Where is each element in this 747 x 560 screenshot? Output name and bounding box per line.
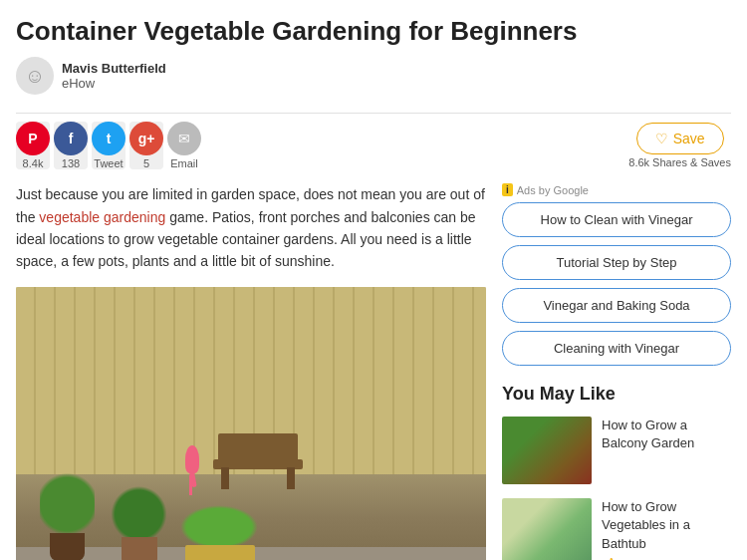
googleplus-icon: g+: [129, 122, 163, 155]
plant1: [40, 471, 95, 560]
content-row: Just because you are limited in garden s…: [16, 183, 731, 560]
related-item-2[interactable]: How to Grow Vegetables in a Bathtub 👍 19: [502, 498, 731, 560]
heart-icon: ♡: [655, 131, 668, 146]
related-title-2[interactable]: How to Grow Vegetables in a Bathtub: [602, 498, 731, 553]
main-content: Just because you are limited in garden s…: [16, 183, 486, 560]
related-title-1[interactable]: How to Grow a Balcony Garden: [602, 417, 731, 452]
you-may-like: You May Like How to Grow a Balcony Garde…: [502, 384, 731, 560]
garden-bench: [213, 434, 303, 489]
bench-leg1: [221, 467, 229, 489]
save-button[interactable]: ♡ Save: [636, 123, 724, 154]
related-item-1[interactable]: How to Grow a Balcony Garden: [502, 417, 731, 484]
social-buttons: P 8.4k f 138 t Tweet g+ 5 ✉ Email: [16, 122, 201, 169]
save-label: Save: [673, 131, 705, 146]
googleplus-count: 5: [143, 157, 149, 169]
ad-button-1[interactable]: How to Clean with Vinegar: [502, 202, 731, 237]
ads-label: i Ads by Google: [502, 183, 731, 196]
email-icon: ✉: [167, 122, 201, 155]
author-info: Mavis Butterfield eHow: [62, 61, 166, 91]
email-button[interactable]: ✉ Email: [167, 122, 201, 169]
ad-button-3[interactable]: Vinegar and Baking Soda: [502, 288, 731, 323]
thumb-bathtub-image: [502, 498, 592, 560]
pot1: [50, 533, 85, 560]
leaves3: [180, 505, 258, 549]
pinterest-button[interactable]: P 8.4k: [16, 122, 50, 169]
article-title: Container Vegetable Gardening for Beginn…: [16, 16, 731, 47]
ad-button-4[interactable]: Cleaning with Vinegar: [502, 331, 731, 366]
flamingo: [185, 445, 197, 495]
pinterest-icon: P: [16, 122, 50, 155]
bench-leg2: [287, 467, 295, 489]
divider: [16, 113, 731, 114]
plant3: [180, 507, 260, 560]
facebook-count: 138: [62, 157, 80, 169]
garden-scene: [16, 287, 486, 560]
ads-badge: i: [502, 183, 513, 196]
article-link[interactable]: vegetable gardening: [39, 209, 165, 225]
email-label: Email: [170, 157, 198, 169]
you-may-like-title: You May Like: [502, 384, 731, 405]
article-image: [16, 287, 486, 560]
plant2: [110, 487, 169, 560]
googleplus-button[interactable]: g+ 5: [129, 122, 163, 169]
save-button-wrapper: ♡ Save 8.6k Shares & Saves: [628, 123, 731, 168]
twitter-label: Tweet: [94, 157, 123, 169]
author-name: Mavis Butterfield: [62, 61, 166, 76]
bench-back: [218, 433, 298, 461]
facebook-icon: f: [54, 122, 88, 155]
box3: [185, 545, 255, 560]
related-text-1: How to Grow a Balcony Garden: [602, 417, 731, 452]
leaves2: [112, 485, 166, 543]
related-thumb-1: [502, 417, 592, 484]
save-count: 8.6k Shares & Saves: [628, 156, 731, 168]
flamingo-leg: [189, 475, 192, 495]
thumb-garden-image: [502, 417, 592, 484]
avatar: ☺: [16, 57, 54, 95]
ads-text: Ads by Google: [517, 184, 589, 196]
twitter-icon: t: [92, 122, 125, 155]
author-row: ☺ Mavis Butterfield eHow: [16, 57, 731, 95]
pinterest-count: 8.4k: [23, 157, 44, 169]
twitter-button[interactable]: t Tweet: [92, 122, 125, 169]
leaves1: [40, 469, 95, 539]
social-save-row: P 8.4k f 138 t Tweet g+ 5 ✉ Email: [16, 122, 731, 169]
ad-button-2[interactable]: Tutorial Step by Step: [502, 245, 731, 280]
pot2: [122, 537, 157, 560]
article-text: Just because you are limited in garden s…: [16, 183, 486, 273]
author-source: eHow: [62, 76, 166, 91]
related-text-2: How to Grow Vegetables in a Bathtub 👍 19: [602, 498, 731, 560]
related-thumb-2: [502, 498, 592, 560]
sidebar: i Ads by Google How to Clean with Vinega…: [502, 183, 731, 560]
facebook-button[interactable]: f 138: [54, 122, 88, 169]
